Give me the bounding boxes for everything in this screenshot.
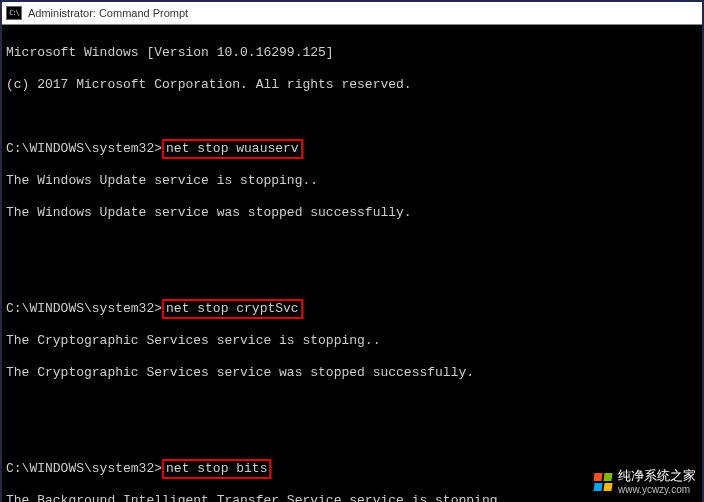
cmd-icon: C:\ bbox=[6, 6, 22, 20]
cmd-line: C:\WINDOWS\system32>net stop cryptSvc bbox=[6, 301, 698, 317]
terminal-output[interactable]: Microsoft Windows [Version 10.0.16299.12… bbox=[2, 25, 702, 502]
watermark-text: 纯净系统之家 www.ycwzy.com bbox=[618, 469, 696, 496]
watermark-site: www.ycwzy.com bbox=[618, 484, 690, 495]
watermark-brand: 纯净系统之家 bbox=[618, 468, 696, 483]
highlighted-command: net stop bits bbox=[162, 459, 271, 479]
blank-line bbox=[6, 237, 698, 253]
blank-line bbox=[6, 429, 698, 445]
titlebar[interactable]: C:\ Administrator: Command Prompt bbox=[2, 2, 702, 25]
window-title: Administrator: Command Prompt bbox=[28, 7, 188, 19]
version-line: Microsoft Windows [Version 10.0.16299.12… bbox=[6, 45, 698, 61]
prompt: C:\WINDOWS\system32> bbox=[6, 141, 162, 156]
output-line: The Cryptographic Services service was s… bbox=[6, 365, 698, 381]
watermark: 纯净系统之家 www.ycwzy.com bbox=[594, 469, 696, 496]
output-line: The Cryptographic Services service is st… bbox=[6, 333, 698, 349]
highlighted-command: net stop cryptSvc bbox=[162, 299, 303, 319]
prompt: C:\WINDOWS\system32> bbox=[6, 461, 162, 476]
command-prompt-window: C:\ Administrator: Command Prompt Micros… bbox=[0, 0, 704, 502]
output-line: The Windows Update service is stopping.. bbox=[6, 173, 698, 189]
output-line: The Windows Update service was stopped s… bbox=[6, 205, 698, 221]
blank-line bbox=[6, 269, 698, 285]
windows-logo-icon bbox=[594, 473, 612, 491]
cmd-line: C:\WINDOWS\system32>net stop wuauserv bbox=[6, 141, 698, 157]
highlighted-command: net stop wuauserv bbox=[162, 139, 303, 159]
prompt: C:\WINDOWS\system32> bbox=[6, 301, 162, 316]
blank-line bbox=[6, 109, 698, 125]
blank-line bbox=[6, 397, 698, 413]
copyright-line: (c) 2017 Microsoft Corporation. All righ… bbox=[6, 77, 698, 93]
